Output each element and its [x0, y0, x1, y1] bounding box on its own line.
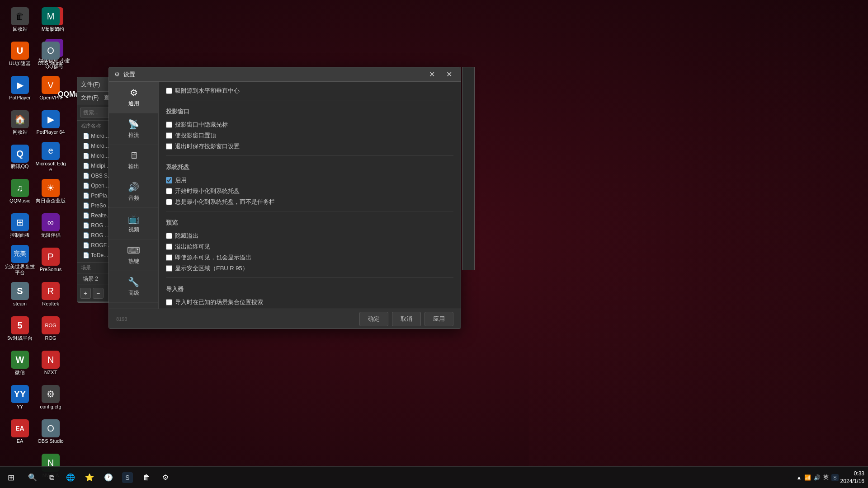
icon-5v[interactable]: 5 5v对战平台 [4, 313, 36, 345]
obs-label: OBS Studio [38, 61, 63, 66]
icon-qq[interactable]: Q 腾讯QQ [4, 141, 36, 174]
nav-general[interactable]: ⚙ 通用 [109, 82, 158, 113]
ok-button[interactable]: 确定 [359, 312, 388, 326]
icon-qqmusic[interactable]: ♫ QQMusic [4, 175, 36, 208]
pw-icon: 完美 [11, 245, 29, 263]
label-overflow-visible[interactable]: 溢出始终可见 [166, 243, 210, 251]
row-hide-overflow: 隐藏溢出 [166, 230, 453, 241]
label-overflow-invisible[interactable]: 即使源不可见，也会显示溢出 [166, 253, 251, 262]
dialog-close-btn2[interactable]: ✕ [443, 68, 455, 81]
taskbar-taskview[interactable]: ⧉ [42, 469, 61, 487]
fe-menu-file[interactable]: 文件(F) [81, 94, 99, 102]
label-tray-minimize[interactable]: 开始时最小化到系统托盘 [166, 187, 240, 195]
icon-realtek[interactable]: R Realtek [34, 278, 67, 311]
clock-date: 2024/1/16 [840, 478, 864, 485]
icon-perfect[interactable]: 完美 完美世界竞技平台 [4, 244, 36, 277]
recycle-label: 回收站 [13, 26, 28, 32]
ime-icon[interactable]: 英 [823, 474, 829, 481]
bg-character [529, 0, 868, 466]
start-button[interactable]: ⊞ [0, 467, 22, 488]
taskbar-recycle[interactable]: 🗑 [137, 469, 156, 487]
icon-presonus[interactable]: P PreSonus [34, 244, 67, 277]
label-import-search[interactable]: 导入时在已知的场景集合位置搜索 [166, 298, 263, 306]
preview-title: 预览 [166, 217, 453, 227]
icon-controlpanel[interactable]: ⊞ 控制面板 [4, 210, 36, 242]
midi-icon: M [42, 7, 60, 25]
icon-infinite[interactable]: ∞ 无限伴侣 [34, 210, 67, 242]
caret-icon[interactable]: ▲ [796, 474, 802, 481]
label-hide-cursor[interactable]: 投影窗口中隐藏光标 [166, 121, 228, 129]
network-icon[interactable]: 📶 [804, 474, 811, 481]
row-proj-topmost: 使投影窗口置顶 [166, 130, 453, 141]
icon-nzxt[interactable]: N NZXT [34, 347, 67, 380]
cb-overflow-invisible[interactable] [166, 254, 172, 261]
cb-safe-area[interactable] [166, 265, 172, 272]
yy-icon: YY [11, 385, 29, 403]
icon-config[interactable]: ⚙ config.cfg [34, 381, 67, 414]
icon-wechat[interactable]: W 微信 [4, 347, 36, 380]
dialog-close-btn[interactable]: ✕ [425, 68, 438, 81]
tray-enable-text: 启用 [175, 176, 187, 184]
label-tray-enable[interactable]: 启用 [166, 176, 187, 184]
nav-audio[interactable]: 🔊 音频 [109, 176, 158, 208]
cb-hide-cursor[interactable] [166, 122, 172, 128]
taskbar-clock-display[interactable]: 0:33 2024/1/16 [840, 470, 864, 485]
cb-hide-overflow[interactable] [166, 233, 172, 239]
nav-video-label: 视频 [128, 226, 139, 234]
pre-icon: P [42, 248, 60, 266]
wechat-label: 微信 [15, 370, 25, 375]
icon-ea[interactable]: EA EA [4, 416, 36, 448]
icon-yy[interactable]: YY YY [4, 381, 36, 414]
cancel-button[interactable]: 取消 [392, 312, 421, 326]
cb-tray-minimize[interactable] [166, 188, 172, 194]
icon-pot64[interactable]: ▶ PotPlayer 64 [34, 107, 67, 139]
taskbar-steam[interactable]: S [118, 469, 137, 487]
icon-obs[interactable]: O OBS Studio [34, 38, 67, 70]
taskbar-edge[interactable]: 🌐 [61, 469, 80, 487]
importer-title: 导入器 [166, 283, 453, 293]
cb-tray-enable[interactable] [166, 177, 172, 183]
star-icon: ⭐ [84, 472, 95, 483]
cb-tray-always[interactable] [166, 199, 172, 205]
taskbar-search[interactable]: 🔍 [24, 469, 42, 487]
pot64-icon: ▶ [42, 110, 60, 128]
label-snap-center[interactable]: 吸附源到水平和垂直中心 [166, 87, 240, 95]
cb-snap-center[interactable] [166, 88, 172, 94]
nav-advanced[interactable]: 🔧 高级 [109, 271, 158, 303]
nav-hotkey[interactable]: ⌨ 热键 [109, 239, 158, 271]
cb-overflow-visible[interactable] [166, 244, 172, 250]
row-overflow-visible: 溢出始终可见 [166, 241, 453, 252]
taskbar-clock[interactable]: 🕐 [99, 469, 118, 487]
nav-video[interactable]: 📺 视频 [109, 208, 158, 239]
icon-steam[interactable]: S steam [4, 278, 36, 311]
icon-openvpn[interactable]: V OpenVPN [34, 72, 67, 105]
icon-uu[interactable]: U UU加速器 [4, 38, 36, 70]
section-snap: 吸附源到水平和垂直中心 [166, 85, 453, 100]
scene-add-btn[interactable]: + [80, 288, 91, 299]
nav-stream[interactable]: 📡 推流 [109, 113, 158, 145]
icon-sunflower[interactable]: ☀ 向日葵企业版 [34, 175, 67, 208]
label-save-proj[interactable]: 退出时保存投影窗口设置 [166, 142, 240, 150]
volume-icon[interactable]: 🔊 [814, 474, 821, 481]
icon-obs2[interactable]: O OBS Studio [34, 416, 67, 448]
nav-output[interactable]: 🖥 输出 [109, 145, 158, 176]
cb-import-search[interactable] [166, 299, 172, 305]
scene-remove-btn[interactable]: − [93, 288, 104, 299]
hide-cursor-text: 投影窗口中隐藏光标 [175, 121, 228, 129]
taskbar-star[interactable]: ⭐ [80, 469, 99, 487]
icon-recyclebin2[interactable]: 🏠 网收站 [4, 107, 36, 139]
icon-recycle[interactable]: 🗑 回收站 [4, 4, 36, 36]
icon-rog1[interactable]: ROG ROG [34, 313, 67, 345]
label-proj-topmost[interactable]: 使投影窗口置顶 [166, 131, 216, 140]
cb-save-proj[interactable] [166, 143, 172, 150]
icon-potplayer[interactable]: ▶ PotPlayer [4, 72, 36, 105]
apply-button[interactable]: 应用 [425, 312, 453, 326]
icon-edge[interactable]: e Microsoft Edge [34, 141, 67, 174]
steam-sys-icon[interactable]: S [831, 474, 838, 481]
label-hide-overflow[interactable]: 隐藏溢出 [166, 232, 198, 240]
label-tray-always[interactable]: 总是最小化到系统托盘，而不是任务栏 [166, 198, 275, 206]
icon-midiplus[interactable]: M Midiplus [34, 4, 67, 36]
cb-proj-topmost[interactable] [166, 132, 172, 139]
taskbar-settings[interactable]: ⚙ [156, 469, 175, 487]
label-safe-area[interactable]: 显示安全区域（EBU R 95） [166, 264, 248, 272]
